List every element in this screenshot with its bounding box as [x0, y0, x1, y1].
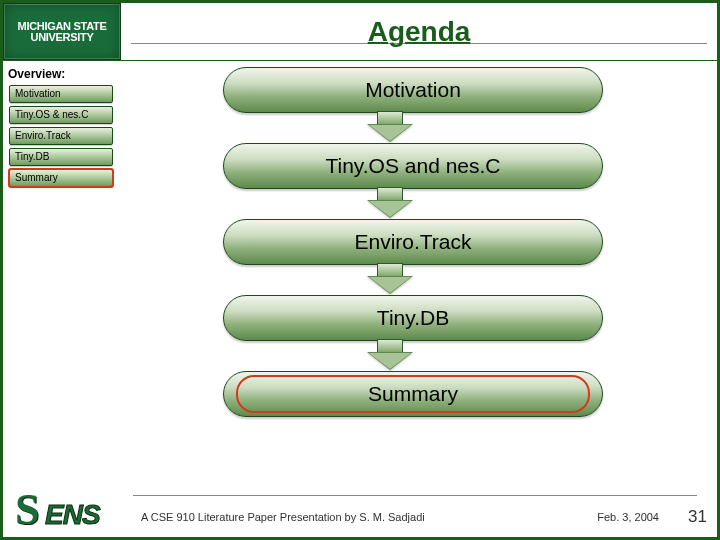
nav-item-tinyos[interactable]: Tiny.OS & nes.C: [9, 106, 113, 124]
stage-envirotrack: Enviro.Track: [223, 219, 603, 265]
nav-item-motivation[interactable]: Motivation: [9, 85, 113, 103]
stage-label: Tiny.DB: [377, 306, 449, 330]
nav-label: Motivation: [15, 88, 61, 99]
stage-label: Motivation: [365, 78, 461, 102]
sens-logo-s: S: [15, 484, 39, 535]
agenda-flow: Motivation Tiny.OS and nes.C Enviro.Trac…: [163, 67, 663, 417]
nav-item-envirotrack[interactable]: Enviro.Track: [9, 127, 113, 145]
nav-label: Enviro.Track: [15, 130, 71, 141]
stage-label: Enviro.Track: [354, 230, 471, 254]
stage-summary: Summary: [223, 371, 603, 417]
footer-credits: A CSE 910 Literature Paper Presentation …: [141, 511, 425, 523]
arrow-down-icon: [390, 113, 436, 143]
slide-header: MICHIGAN STATE UNIVERSITY Agenda: [3, 3, 717, 61]
stage-label: Summary: [368, 382, 458, 406]
page-number: 31: [688, 507, 707, 527]
nav-item-tinydb[interactable]: Tiny.DB: [9, 148, 113, 166]
stage-tinyos: Tiny.OS and nes.C: [223, 143, 603, 189]
nav-item-summary[interactable]: Summary: [9, 169, 113, 187]
sens-logo: S ENS: [9, 489, 127, 535]
slide-title: Agenda: [364, 16, 475, 48]
logo-line-2: UNIVERSITY: [30, 32, 93, 43]
footer-date: Feb. 3, 2004: [597, 511, 659, 523]
sidebar-nav: Overview: Motivation Tiny.OS & nes.C Env…: [6, 65, 116, 190]
footer-rule: [133, 495, 697, 496]
msu-logo: MICHIGAN STATE UNIVERSITY: [3, 3, 121, 60]
nav-label: Tiny.OS & nes.C: [15, 109, 88, 120]
arrow-down-icon: [390, 265, 436, 295]
nav-label: Summary: [15, 172, 58, 183]
stage-motivation: Motivation: [223, 67, 603, 113]
stage-tinydb: Tiny.DB: [223, 295, 603, 341]
logo-line-1: MICHIGAN STATE: [18, 21, 107, 32]
stage-label: Tiny.OS and nes.C: [325, 154, 500, 178]
sens-logo-text: ENS: [45, 499, 100, 531]
arrow-down-icon: [390, 341, 436, 371]
title-area: Agenda: [121, 3, 717, 60]
arrow-down-icon: [390, 189, 436, 219]
slide-footer: S ENS A CSE 910 Literature Paper Present…: [3, 489, 717, 537]
nav-label: Tiny.DB: [15, 151, 49, 162]
overview-heading: Overview:: [8, 67, 116, 81]
